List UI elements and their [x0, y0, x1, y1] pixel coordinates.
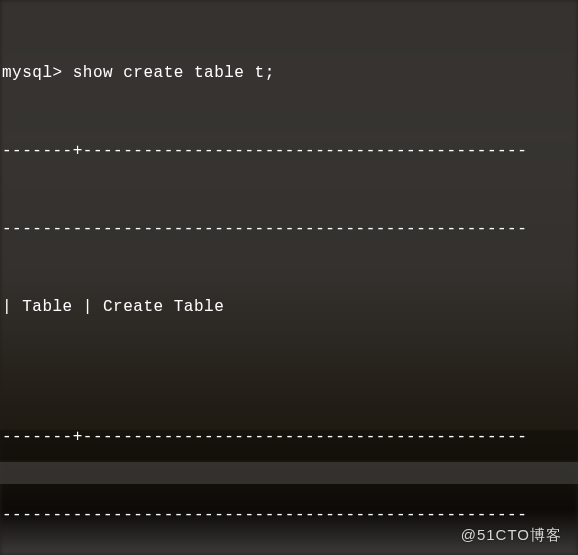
terminal-line: | Table | Create Table [0, 294, 578, 320]
watermark-label: @51CTO博客 [461, 526, 562, 545]
terminal-line: ----------------------------------------… [0, 216, 578, 242]
terminal-line: ----------------------------------------… [0, 502, 578, 528]
terminal-line: -------+--------------------------------… [0, 138, 578, 164]
terminal-window[interactable]: mysql> show create table t; -------+----… [0, 0, 578, 555]
terminal-line: -------+--------------------------------… [0, 424, 578, 450]
terminal-line: mysql> show create table t; [0, 60, 578, 86]
